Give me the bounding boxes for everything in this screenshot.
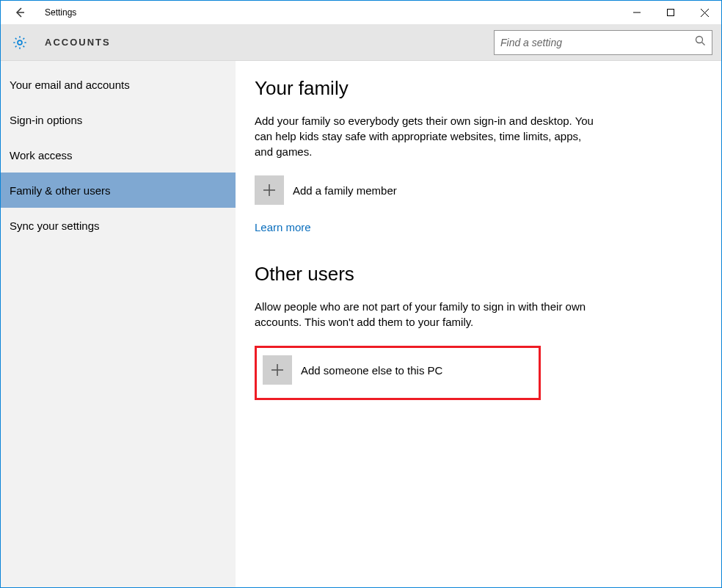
family-description: Add your family so everybody gets their … bbox=[255, 113, 599, 159]
gear-icon bbox=[10, 32, 30, 53]
sidebar-item-label: Sync your settings bbox=[10, 219, 100, 232]
sidebar-item-sync-settings[interactable]: Sync your settings bbox=[1, 208, 236, 243]
sidebar-item-label: Work access bbox=[10, 149, 73, 161]
sidebar-item-signin-options[interactable]: Sign-in options bbox=[1, 102, 236, 137]
window-controls bbox=[620, 1, 721, 24]
add-someone-else-button[interactable]: Add someone else to this PC bbox=[263, 355, 533, 385]
other-users-section: Other users Allow people who are not par… bbox=[255, 263, 721, 400]
header-band: ACCOUNTS bbox=[1, 24, 721, 61]
add-family-member-button[interactable]: Add a family member bbox=[255, 175, 721, 205]
content-panel: Your family Add your family so everybody… bbox=[236, 61, 721, 587]
add-family-member-label: Add a family member bbox=[293, 184, 397, 197]
close-button[interactable] bbox=[688, 1, 721, 24]
sidebar-item-label: Family & other users bbox=[10, 184, 111, 197]
back-button[interactable] bbox=[8, 1, 32, 24]
section-title: ACCOUNTS bbox=[45, 37, 111, 48]
window-title: Settings bbox=[45, 7, 76, 18]
svg-line-7 bbox=[702, 43, 705, 46]
sidebar-item-label: Your email and accounts bbox=[10, 79, 130, 91]
sidebar-item-work-access[interactable]: Work access bbox=[1, 137, 236, 173]
maximize-button[interactable] bbox=[654, 1, 688, 24]
svg-point-5 bbox=[18, 40, 22, 45]
highlight-annotation: Add someone else to this PC bbox=[255, 346, 541, 400]
plus-icon bbox=[255, 175, 284, 205]
minimize-button[interactable] bbox=[620, 1, 654, 24]
sidebar-item-label: Sign-in options bbox=[10, 114, 82, 126]
body: Your email and accounts Sign-in options … bbox=[1, 61, 721, 587]
add-someone-else-label: Add someone else to this PC bbox=[301, 364, 442, 377]
svg-rect-2 bbox=[668, 10, 674, 16]
sidebar-item-family-other-users[interactable]: Family & other users bbox=[1, 173, 236, 208]
close-icon bbox=[701, 9, 709, 17]
titlebar: Settings bbox=[1, 1, 721, 24]
family-heading: Your family bbox=[255, 77, 721, 100]
plus-icon bbox=[263, 355, 292, 385]
svg-point-6 bbox=[696, 37, 703, 43]
learn-more-link[interactable]: Learn more bbox=[255, 221, 311, 233]
sidebar: Your email and accounts Sign-in options … bbox=[1, 61, 236, 587]
other-users-description: Allow people who are not part of your fa… bbox=[255, 299, 599, 330]
search-icon bbox=[695, 35, 706, 49]
search-input[interactable] bbox=[500, 37, 695, 48]
sidebar-item-email-accounts[interactable]: Your email and accounts bbox=[1, 67, 236, 102]
minimize-icon bbox=[633, 9, 641, 16]
back-arrow-icon bbox=[14, 7, 26, 18]
search-box[interactable] bbox=[494, 30, 712, 55]
settings-window: Settings ACCOUNTS bbox=[0, 0, 722, 588]
maximize-icon bbox=[667, 9, 674, 16]
other-users-heading: Other users bbox=[255, 263, 721, 286]
